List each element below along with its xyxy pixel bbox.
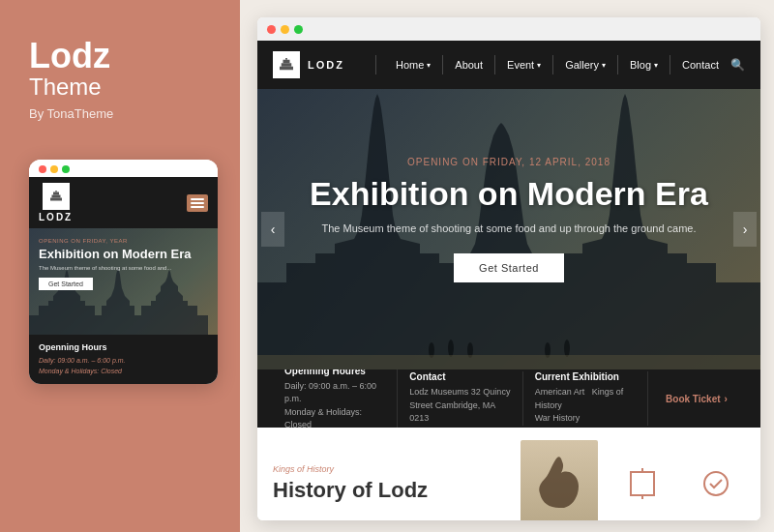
mobile-logo-icon [43, 183, 70, 210]
desktop-hero: ‹ › OPENING ON FRIDAY, 12 APRIL, 2018 Ex… [257, 89, 760, 369]
bottom-image-horse [521, 440, 598, 520]
mobile-info-title: Openning Hours [39, 342, 208, 352]
info-col-book: Book Ticket › [648, 394, 745, 404]
svg-rect-1 [51, 195, 60, 198]
svg-rect-4 [280, 67, 293, 71]
mobile-logo-text: LODZ [39, 212, 73, 222]
mobile-opening-tag: OPENING ON FRIDAY, YEAR [39, 238, 208, 244]
nav-item-contact[interactable]: Contact [674, 55, 727, 74]
hero-description: The Museum theme of shooting at some foo… [257, 222, 760, 234]
mobile-nav: LODZ [29, 177, 218, 228]
bottom-section-title: History of Lodz [273, 478, 505, 503]
desktop-mockup: LODZ Home ▾ About Event ▾ Gallery ▾ Blog… [257, 17, 760, 520]
desktop-dot-red [267, 25, 276, 34]
brand-subtitle: Theme [29, 74, 102, 101]
info-exhibition-title: Current Exhibition [535, 371, 636, 382]
nav-item-blog[interactable]: Blog ▾ [622, 55, 666, 74]
hero-get-started-button[interactable]: Get Started [454, 253, 564, 282]
svg-rect-7 [285, 58, 287, 60]
desktop-nav-logo: LODZ [273, 51, 344, 78]
svg-rect-3 [55, 191, 57, 192]
book-ticket-link[interactable]: Book Ticket › [666, 394, 728, 404]
nav-sep [442, 55, 443, 74]
mobile-dot-green [62, 165, 70, 173]
mobile-dot-red [39, 165, 46, 173]
info-contact-title: Contact [409, 371, 510, 382]
bottom-icon-2 [687, 455, 745, 513]
right-panel: LODZ Home ▾ About Event ▾ Gallery ▾ Blog… [240, 0, 774, 532]
svg-rect-0 [50, 198, 62, 201]
svg-rect-6 [283, 60, 290, 64]
mobile-hero-description: The Museum theme of shooting at some foo… [39, 265, 208, 273]
nav-item-event[interactable]: Event ▾ [499, 55, 549, 74]
hero-prev-button[interactable]: ‹ [261, 212, 284, 247]
svg-rect-5 [282, 63, 292, 67]
mobile-hero-title: Exhibition on Modern Era [39, 247, 208, 262]
nav-item-about[interactable]: About [447, 55, 491, 74]
info-contact-text: Lodz Museums 32 QuincyStreet Cambridge, … [409, 386, 510, 426]
nav-sep [494, 55, 495, 74]
desktop-info-bar: Openning Houres Daily: 09:00 a.m. – 6:00… [257, 369, 760, 428]
bottom-text-section: Kings of History History of Lodz [273, 464, 505, 503]
nav-search-icon[interactable]: 🔍 [730, 58, 745, 72]
left-panel: Lodz Theme By TonaTheme LODZ [0, 0, 240, 532]
mobile-get-started-button[interactable]: Get Started [39, 278, 93, 290]
desktop-bottom-section: Kings of History History of Lodz [257, 428, 760, 520]
svg-rect-2 [53, 192, 59, 195]
hamburger-icon[interactable] [187, 194, 208, 212]
nav-sep [552, 55, 553, 74]
mobile-hero: OPENING ON FRIDAY, YEAR Exhibition on Mo… [29, 228, 218, 335]
desktop-nav: LODZ Home ▾ About Event ▾ Gallery ▾ Blog… [257, 41, 760, 89]
mobile-info-hours: Daily: 09:00 a.m. – 6:00 p.m. Monday & H… [39, 356, 208, 376]
desktop-titlebar [257, 17, 760, 41]
info-col-exhibition: Current Exhibition American Art Kings of… [523, 371, 648, 426]
brand-by: By TonaTheme [29, 106, 113, 121]
nav-item-gallery[interactable]: Gallery ▾ [557, 55, 613, 74]
info-exhibition-text: American Art Kings of HistoryWar History [535, 386, 636, 426]
hero-opening-date: OPENING ON FRIDAY, 12 APRIL, 2018 [257, 157, 760, 167]
brand-title: Lodz [29, 39, 110, 74]
info-col-hours: Openning Houres Daily: 09:00 a.m. – 6:00… [273, 366, 398, 432]
nav-divider [375, 55, 376, 74]
mobile-titlebar [29, 160, 218, 177]
bottom-icon-1 [613, 455, 671, 513]
bottom-section-tag: Kings of History [273, 464, 505, 474]
nav-sep [617, 55, 618, 74]
info-hours-text: Daily: 09:00 a.m. – 6:00 p.m.Monday & Ho… [284, 380, 385, 432]
desktop-site: LODZ Home ▾ About Event ▾ Gallery ▾ Blog… [257, 41, 760, 520]
hero-title: Exhibition on Modern Era [257, 175, 760, 213]
desktop-dot-yellow [281, 25, 289, 34]
mobile-dot-yellow [50, 165, 58, 173]
desktop-nav-logo-text: LODZ [308, 59, 344, 71]
nav-item-home[interactable]: Home ▾ [388, 55, 438, 74]
hero-content: OPENING ON FRIDAY, 12 APRIL, 2018 Exhibi… [257, 89, 760, 282]
hero-next-button[interactable]: › [733, 212, 757, 247]
mobile-info-bar: Openning Hours Daily: 09:00 a.m. – 6:00 … [29, 335, 218, 384]
mobile-mockup: LODZ OPENING ON FRIDAY, YEAR Exhibition … [29, 160, 218, 384]
nav-items: Home ▾ About Event ▾ Gallery ▾ Blog ▾ Co… [388, 55, 730, 74]
svg-rect-15 [631, 472, 654, 495]
nav-sep [670, 55, 670, 74]
svg-point-18 [704, 472, 728, 495]
nav-logo-icon [273, 51, 300, 78]
info-col-contact: Contact Lodz Museums 32 QuincyStreet Cam… [398, 371, 522, 426]
desktop-dot-green [294, 25, 303, 34]
